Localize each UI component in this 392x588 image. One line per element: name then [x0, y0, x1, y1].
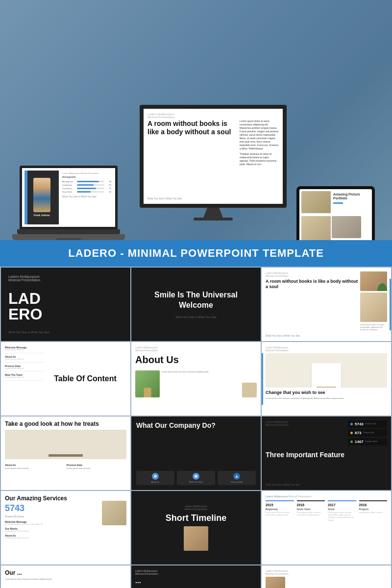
change-body: Lorem ipsum dolor sit amet, consectetur … [266, 397, 387, 399]
look-heading: Take a good look at how he treats [5, 420, 126, 427]
about-heading: About Us [135, 354, 257, 366]
amazing-item-1: Our Works Lorem ipsum dolor sit amet. [5, 527, 126, 533]
about-plant [135, 370, 160, 397]
change-blue-bar [262, 353, 263, 405]
toc-item-1: About Us Lorem ipsum dolor sit [5, 355, 44, 363]
partial-brand-3: Ladero Multipurpose Minimal Presentation [266, 569, 387, 575]
three-stat-2: 1467 Feature Three [348, 438, 387, 445]
three-stat-0: 5743 Feature One [348, 420, 387, 428]
tl-col-3: 2018 Projects Lorem ipsum dolor sit amet [359, 500, 388, 521]
short-brand: Ladero Multipurpose Minimal Presentation [185, 505, 208, 511]
svg-rect-1 [195, 475, 197, 478]
thumb-about[interactable]: Ladero Multipurpose Minimal Presentation… [131, 342, 261, 416]
laptop-person-name: Frank Joshua [34, 214, 50, 217]
stat-num-1: 873 [355, 431, 361, 435]
partial-3[interactable]: Ladero Multipurpose Minimal Presentation [262, 565, 391, 588]
tablet-device: Amazing Picture Portfolio £743 Regular P… [296, 186, 375, 240]
partial-1[interactable]: Our ... Lorem ipsum dolor sit amet conse… [1, 565, 130, 588]
three-brand: Ladero Multipurpose Minimal Presentation [266, 420, 348, 426]
monitor-brand: Ladero Multipurpose Minimal Presentation [147, 113, 279, 119]
co-label-0: About Us [137, 481, 173, 483]
co-label-1: Meet The Team [178, 481, 214, 483]
toc-item-0: Welcome Message Lorem ipsum dolor sit [5, 346, 44, 353]
monitor-footer: What You See is What You See [147, 197, 237, 200]
thumb-smile[interactable]: Smile Is The Universal Welcome What You … [131, 268, 261, 341]
laptop-brand: Ladero Multipurpose Minimal Presentation [62, 172, 111, 174]
toc-heading: Table Of Content [54, 374, 117, 383]
lad-brand: Ladero Multipurpose Minimal Presentation [8, 275, 123, 282]
hero-section: Frank Joshua Ladero Multipurpose Minimal… [0, 0, 392, 240]
stat-dot-2 [350, 441, 353, 443]
room-img1 [360, 271, 387, 291]
laptop-body [17, 229, 120, 234]
thumb-lad-ero[interactable]: Ladero Multipurpose Minimal Presentation… [1, 268, 130, 341]
thumb-timeline[interactable]: Ladero Multipurpose Minimal Presentation… [262, 491, 391, 564]
laptop-keyboard [12, 234, 125, 240]
co-circle-2 [233, 473, 240, 480]
monitor-stand [203, 208, 223, 218]
partial-text-1: Lorem ipsum dolor sit amet consectetur a… [5, 578, 126, 580]
svg-point-0 [154, 475, 157, 478]
thumb-amazing[interactable]: Our Amazing Services 5743 Product By Som… [1, 491, 130, 564]
co-circle-1 [193, 473, 199, 480]
thumb-change[interactable]: Ladero Multipurpose Minimal Presentation… [262, 342, 391, 416]
co-icons-row: About Us Meet The Team Process Dala [136, 471, 256, 485]
banner: LADERO - MINIMAL POWERPOINT TEMPLATE [0, 240, 392, 267]
tl-text-1: Lorem ipsum dolor sit amet, consectetur … [297, 511, 325, 516]
tl-year-2: 2017 [328, 503, 356, 507]
thumb-three[interactable]: Ladero Multipurpose Minimal Presentation… [262, 416, 391, 490]
thumb-company[interactable]: What Our Company Do? About Us Meet The T… [131, 416, 261, 490]
partial-2[interactable]: Ladero Multipurpose Minimal Presentation… [131, 565, 261, 588]
co-label-2: Process Dala [219, 481, 255, 483]
stat-dot-0 [350, 423, 353, 425]
tl-event-0: Beginning [266, 508, 294, 511]
partial-heading-1: Our ... [5, 569, 126, 576]
room-brand: Ladero Multipurpose Minimal Presentation [266, 271, 360, 277]
laptop-title: Manageable [62, 175, 111, 178]
toc-item-3: Meet The Team Lorem ipsum dolor sit [5, 373, 44, 381]
room-quote: A room without books is like a body with… [266, 279, 360, 334]
short-img [184, 526, 208, 551]
tl-col-2: 2017 Some Lorem ipsum dolor sit amet, co… [328, 500, 356, 521]
three-heading: Three Important Feature [266, 451, 348, 459]
monitor-quote: A room without books is like a body with… [147, 120, 237, 193]
tablet-heading: Amazing Picture Portfolio [333, 193, 368, 201]
laptop-device: Frank Joshua Ladero Multipurpose Minimal… [12, 166, 125, 240]
co-circle-0 [152, 473, 159, 480]
room-footer: What You See is What You See [266, 334, 360, 337]
room-blue-bar [390, 279, 391, 330]
tl-year-0: 2015 [266, 503, 294, 507]
look-data-label-1: Process Data [67, 464, 126, 466]
thumb-short[interactable]: Ladero Multipurpose Minimal Presentation… [131, 491, 261, 564]
partial-img-3 [266, 577, 285, 588]
three-stat-1: 873 Feature Two [348, 429, 387, 437]
banner-title: LADERO - MINIMAL POWERPOINT TEMPLATE [68, 247, 324, 260]
timeline-row: 2015 Beginning Lorem ipsum dolor sit ame… [266, 500, 387, 521]
about-brand: Ladero Multipurpose Minimal Presentation [135, 346, 158, 352]
co-icon-1: Meet The Team [177, 471, 215, 485]
thumbnails-grid: Ladero Multipurpose Minimal Presentation… [0, 267, 392, 565]
bottom-partial-row: Our ... Lorem ipsum dolor sit amet conse… [0, 565, 392, 588]
stat-dot-1 [350, 432, 353, 434]
change-brand: Ladero Multipurpose Minimal Presentation [266, 346, 387, 352]
devices-container: Frank Joshua Ladero Multipurpose Minimal… [0, 0, 392, 240]
tl-text-3: Lorem ipsum dolor sit amet [359, 511, 388, 514]
tablet-accent [333, 202, 343, 204]
change-heading: Change that you wish to see [266, 390, 387, 395]
tl-text-0: Lorem ipsum dolor sit amet, consectetur … [266, 511, 294, 516]
tl-year-3: 2018 [359, 503, 388, 507]
monitor-device: Ladero Multipurpose Minimal Presentation… [140, 105, 287, 220]
thumb-look[interactable]: Take a good look at how he treats About … [1, 416, 130, 490]
co-icon-0: About Us [136, 471, 174, 485]
thumb-room[interactable]: Ladero Multipurpose Minimal Presentation… [262, 268, 391, 341]
stat-label-2: Feature Three [366, 441, 385, 443]
lad-big-text: LADERO [8, 291, 123, 322]
co-heading: What Our Company Do? [136, 421, 256, 430]
partial-brand-2: Ladero Multipurpose Minimal Presentation [135, 569, 257, 575]
look-data-sub-0: Lorem ipsum dolor sit amet [5, 467, 65, 469]
thumb-toc[interactable]: Welcome Message Lorem ipsum dolor sit Ab… [1, 342, 130, 416]
change-img [266, 353, 387, 388]
amazing-img [102, 501, 126, 525]
partial-heading-2: ... [135, 577, 257, 585]
tl-col-1: 2016 Some Years Lorem ipsum dolor sit am… [297, 500, 325, 521]
